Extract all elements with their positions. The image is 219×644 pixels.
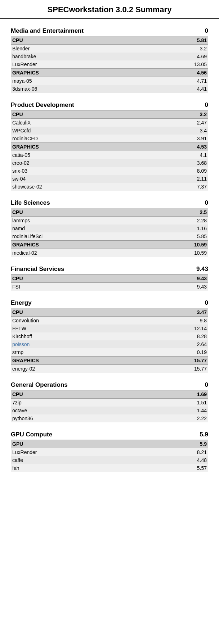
item-name: energy-02 bbox=[11, 365, 140, 373]
item-score: 2.28 bbox=[145, 217, 208, 225]
item-name: FFTW bbox=[11, 325, 140, 332]
item-score: 8.28 bbox=[140, 332, 208, 340]
item-name: srmp bbox=[11, 348, 140, 357]
group-label: GPU bbox=[11, 440, 146, 448]
item-row: Kirchhoff8.28 bbox=[11, 332, 208, 340]
item-row: FSI9.43 bbox=[11, 283, 208, 291]
section-header: Energy0 bbox=[11, 297, 208, 307]
group-header-row: GRAPHICS4.56 bbox=[11, 69, 208, 77]
item-name: Blender bbox=[11, 45, 140, 53]
item-name: medical-02 bbox=[11, 249, 145, 257]
item-row: showcase-027.37 bbox=[11, 183, 208, 191]
item-name: caffe bbox=[11, 456, 146, 464]
section-score: 0 bbox=[205, 381, 208, 389]
item-row: LuxRender8.21 bbox=[11, 448, 208, 457]
group-header-row: GRAPHICS4.53 bbox=[11, 143, 208, 151]
item-score: 2.11 bbox=[153, 175, 208, 183]
item-name: showcase-02 bbox=[11, 183, 153, 191]
group-score: 5.9 bbox=[146, 440, 208, 448]
item-score: 9.43 bbox=[113, 283, 208, 291]
item-score: 2.47 bbox=[153, 119, 208, 127]
item-score: 0.19 bbox=[140, 348, 208, 357]
item-score: 13.05 bbox=[140, 60, 208, 69]
section-score: 0 bbox=[205, 199, 208, 207]
item-row: maya-054.71 bbox=[11, 77, 208, 85]
item-row: energy-0215.77 bbox=[11, 365, 208, 373]
item-score: 5.85 bbox=[145, 232, 208, 241]
group-label: CPU bbox=[11, 390, 139, 399]
item-row: rodiniaLifeSci5.85 bbox=[11, 232, 208, 241]
group-score: 10.59 bbox=[145, 241, 208, 249]
item-name: python36 bbox=[11, 414, 139, 422]
item-score: 8.09 bbox=[153, 167, 208, 175]
group-score: 4.56 bbox=[140, 69, 208, 77]
section-title: Energy bbox=[11, 299, 32, 307]
item-score: 9.8 bbox=[140, 317, 208, 325]
section-table: CPU1.697zip1.51octave1.44python362.22 bbox=[11, 390, 208, 422]
group-score: 2.5 bbox=[145, 208, 208, 217]
item-score: 4.71 bbox=[140, 77, 208, 85]
group-header-row: GPU5.9 bbox=[11, 440, 208, 448]
section-score: 0 bbox=[205, 27, 208, 35]
item-score: 4.1 bbox=[153, 151, 208, 159]
group-header-row: CPU9.43 bbox=[11, 275, 208, 283]
item-row: srmp0.19 bbox=[11, 348, 208, 357]
section-table: CPU2.5lammps2.28namd1.16rodiniaLifeSci5.… bbox=[11, 208, 208, 257]
item-name: snx-03 bbox=[11, 167, 153, 175]
item-row: 7zip1.51 bbox=[11, 399, 208, 407]
item-score: 1.16 bbox=[145, 225, 208, 232]
group-header-row: CPU3.2 bbox=[11, 110, 208, 119]
group-score: 9.43 bbox=[113, 275, 208, 283]
item-name: creo-02 bbox=[11, 159, 153, 167]
item-name: poisson bbox=[11, 340, 140, 348]
item-score: 7.37 bbox=[153, 183, 208, 191]
item-score: 3.4 bbox=[153, 127, 208, 135]
item-name: catia-05 bbox=[11, 151, 153, 159]
section-table: GPU5.9LuxRender8.21caffe4.48fah5.57 bbox=[11, 440, 208, 472]
section-title: Life Sciences bbox=[11, 199, 50, 207]
item-score: 10.59 bbox=[145, 249, 208, 257]
item-name: octave bbox=[11, 407, 139, 414]
section-table: CPU5.81Blender3.2handbrake4.69LuxRender1… bbox=[11, 36, 208, 93]
group-score: 4.53 bbox=[153, 143, 208, 151]
section-header: Financial Services9.43 bbox=[11, 263, 208, 273]
section-title: GPU Compute bbox=[11, 431, 52, 438]
section-general-operations: General Operations0CPU1.697zip1.51octave… bbox=[11, 379, 208, 422]
item-row: Convolution9.8 bbox=[11, 317, 208, 325]
item-row: CalculiX2.47 bbox=[11, 119, 208, 127]
item-name: 7zip bbox=[11, 399, 139, 407]
item-row: creo-023.68 bbox=[11, 159, 208, 167]
group-header-row: GRAPHICS15.77 bbox=[11, 357, 208, 365]
item-name: lammps bbox=[11, 217, 145, 225]
item-name: namd bbox=[11, 225, 145, 232]
group-header-row: GRAPHICS10.59 bbox=[11, 241, 208, 249]
item-score: 5.57 bbox=[146, 464, 208, 472]
item-score: 1.44 bbox=[139, 407, 208, 414]
item-row: snx-038.09 bbox=[11, 167, 208, 175]
item-name: rodiniaLifeSci bbox=[11, 232, 145, 241]
group-score: 3.2 bbox=[153, 110, 208, 119]
item-row: caffe4.48 bbox=[11, 456, 208, 464]
item-name: fah bbox=[11, 464, 146, 472]
group-label: CPU bbox=[11, 110, 153, 119]
section-score: 9.43 bbox=[196, 266, 208, 273]
item-name: maya-05 bbox=[11, 77, 140, 85]
group-label: CPU bbox=[11, 208, 145, 217]
item-row: handbrake4.69 bbox=[11, 53, 208, 60]
section-title: Product Development bbox=[11, 101, 74, 109]
item-row: fah5.57 bbox=[11, 464, 208, 472]
section-life-sciences: Life Sciences0CPU2.5lammps2.28namd1.16ro… bbox=[11, 197, 208, 257]
section-table: CPU3.47Convolution9.8FFTW12.14Kirchhoff8… bbox=[11, 308, 208, 373]
item-name: sw-04 bbox=[11, 175, 153, 183]
item-score: 3.91 bbox=[153, 135, 208, 143]
item-score: 12.14 bbox=[140, 325, 208, 332]
item-row: catia-054.1 bbox=[11, 151, 208, 159]
item-score: 3.68 bbox=[153, 159, 208, 167]
item-score: 2.64 bbox=[140, 340, 208, 348]
item-row: namd1.16 bbox=[11, 225, 208, 232]
item-score: 1.51 bbox=[139, 399, 208, 407]
section-gpu-compute: GPU Compute5.9GPU5.9LuxRender8.21caffe4.… bbox=[11, 429, 208, 472]
item-name: Kirchhoff bbox=[11, 332, 140, 340]
section-table: CPU9.43FSI9.43 bbox=[11, 274, 208, 291]
section-score: 0 bbox=[205, 299, 208, 307]
